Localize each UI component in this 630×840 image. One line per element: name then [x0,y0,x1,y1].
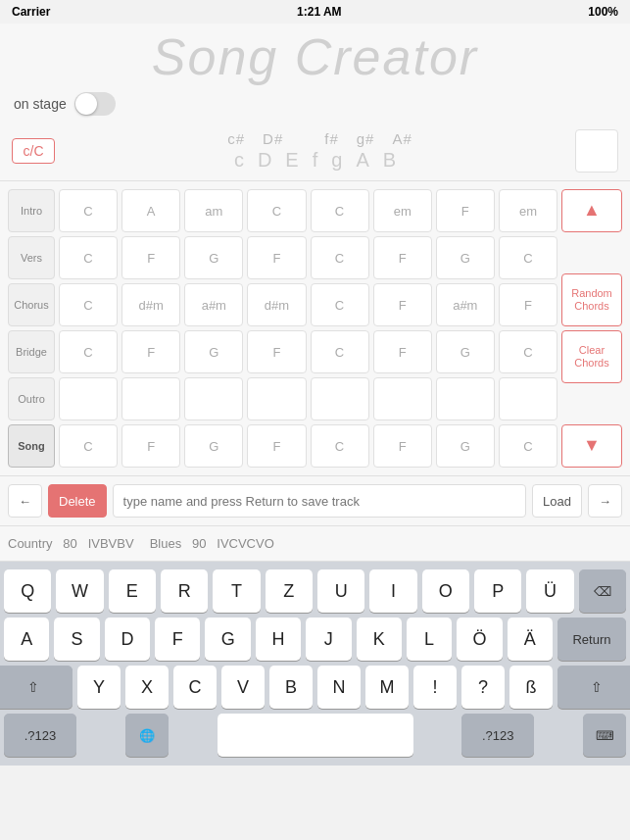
key-u[interactable]: U [317,569,364,613]
cell-2-3[interactable]: d#m [247,283,306,326]
cell-5-5[interactable]: F [373,424,432,468]
cell-5-0[interactable]: C [59,424,118,468]
row-label-outro[interactable]: Outro [8,377,55,420]
cell-2-2[interactable]: a#m [184,283,243,326]
cell-0-3[interactable]: C [247,189,306,232]
cell-3-6[interactable]: G [436,330,495,373]
cell-0-7[interactable]: em [499,189,557,232]
cell-5-1[interactable]: F [121,424,180,468]
cell-0-1[interactable]: A [121,189,180,232]
cell-3-1[interactable]: F [121,330,180,373]
cell-5-3[interactable]: F [247,424,306,468]
sharp-g[interactable]: g# [357,130,375,147]
cell-1-6[interactable]: G [436,236,495,279]
row-label-bridge[interactable]: Bridge [8,330,55,373]
cell-5-2[interactable]: G [184,424,243,468]
cell-1-0[interactable]: C [59,236,118,279]
cell-4-1[interactable] [121,377,180,420]
key-oe[interactable]: Ö [457,618,502,661]
key-h[interactable]: H [256,618,301,661]
nat-f[interactable]: f [313,149,318,172]
cell-3-7[interactable]: C [499,330,557,373]
delete-button[interactable]: Delete [48,484,107,518]
cell-1-7[interactable]: C [499,236,557,279]
key-g[interactable]: G [205,618,250,661]
key-ue[interactable]: Ü [526,569,573,613]
tonic-key-button[interactable]: c/C [12,138,55,164]
cell-2-6[interactable]: a#m [436,283,495,326]
key-exclaim[interactable]: ! [413,666,457,709]
cell-1-1[interactable]: F [121,236,180,279]
cell-1-5[interactable]: F [373,236,432,279]
sharp-d[interactable]: D# [263,130,283,147]
cell-2-7[interactable]: F [499,283,557,326]
row-label-intro[interactable]: Intro [8,189,55,232]
key-f[interactable]: F [155,618,200,661]
sharp-a[interactable]: A# [392,130,412,147]
cell-5-6[interactable]: G [436,424,495,468]
key-z[interactable]: Z [266,569,313,613]
load-button[interactable]: Load [532,484,582,518]
nat-b[interactable]: B [383,149,396,172]
nat-e[interactable]: E [285,149,298,172]
key-backspace[interactable]: ⌫ [579,569,626,613]
key-t[interactable]: T [213,569,260,613]
cell-4-0[interactable] [59,377,118,420]
key-v[interactable]: V [221,666,265,709]
nat-a[interactable]: A [356,149,368,172]
nat-g[interactable]: g [331,149,342,172]
row-label-vers[interactable]: Vers [8,236,55,279]
row-label-song[interactable]: Song [8,424,55,468]
key-numbers-left[interactable]: .?123 [4,714,76,757]
key-n[interactable]: N [317,666,361,709]
key-keyboard[interactable]: ⌨ [583,714,626,757]
key-w[interactable]: W [56,569,103,613]
cell-3-4[interactable]: C [311,330,369,373]
key-m[interactable]: M [365,666,409,709]
back-button[interactable]: ← [8,484,42,518]
key-c[interactable]: C [173,666,217,709]
random-chords-button[interactable]: RandomChords [561,273,622,326]
key-numbers-right[interactable]: .?123 [461,714,534,757]
cell-1-2[interactable]: G [184,236,243,279]
cell-4-6[interactable] [436,377,495,420]
key-space[interactable] [218,714,413,757]
key-return[interactable]: Return [557,618,626,661]
track-name-input[interactable] [113,484,527,518]
row-label-chorus[interactable]: Chorus [8,283,55,326]
key-l[interactable]: L [407,618,452,661]
cell-3-2[interactable]: G [184,330,243,373]
cell-2-4[interactable]: C [311,283,369,326]
key-o[interactable]: O [422,569,469,613]
key-q[interactable]: Q [4,569,51,613]
key-ae[interactable]: Ä [508,618,553,661]
sharp-c[interactable]: c# [227,130,245,147]
cell-4-3[interactable] [247,377,306,420]
key-y[interactable]: Y [77,666,121,709]
cell-5-7[interactable]: C [499,424,557,468]
key-x[interactable]: X [125,666,169,709]
cell-0-5[interactable]: em [373,189,432,232]
cell-5-4[interactable]: C [311,424,369,468]
key-globe[interactable]: 🌐 [125,714,169,757]
chord-key-right[interactable] [575,129,618,173]
nat-c[interactable]: c [234,149,244,172]
cell-4-7[interactable] [499,377,557,420]
cell-0-6[interactable]: F [436,189,495,232]
key-s[interactable]: S [54,618,99,661]
key-a[interactable]: A [4,618,49,661]
nat-d[interactable]: D [258,149,271,172]
cell-3-3[interactable]: F [247,330,306,373]
cell-0-2[interactable]: am [184,189,243,232]
key-k[interactable]: K [357,618,402,661]
cell-2-0[interactable]: C [59,283,118,326]
cell-1-3[interactable]: F [247,236,306,279]
cell-2-1[interactable]: d#m [121,283,180,326]
key-question[interactable]: ? [461,666,505,709]
cell-0-4[interactable]: C [311,189,369,232]
cell-2-5[interactable]: F [373,283,432,326]
cell-4-4[interactable] [311,377,369,420]
on-stage-toggle[interactable] [74,92,116,116]
key-shift-right[interactable]: ⇧ [557,666,630,709]
cell-1-4[interactable]: C [311,236,369,279]
